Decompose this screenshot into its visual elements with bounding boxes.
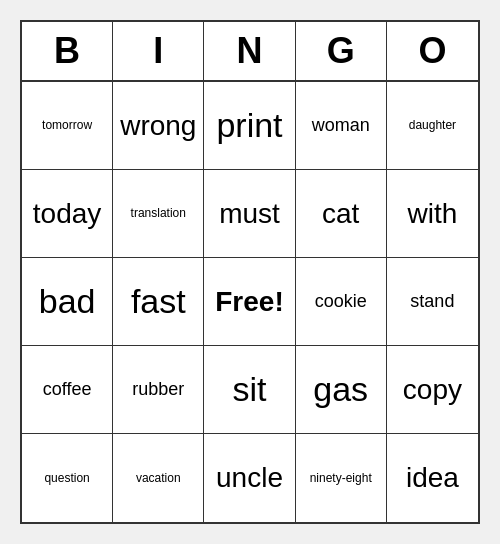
cell-text: vacation xyxy=(136,471,181,485)
bingo-cell: uncle xyxy=(204,434,295,522)
cell-text: Free! xyxy=(215,285,283,319)
cell-text: woman xyxy=(312,115,370,137)
bingo-cell: question xyxy=(22,434,113,522)
bingo-cell: copy xyxy=(387,346,478,434)
cell-text: question xyxy=(44,471,89,485)
bingo-cell: wrong xyxy=(113,82,204,170)
cell-text: today xyxy=(33,197,102,231)
cell-text: with xyxy=(407,197,457,231)
bingo-grid: tomorrowwrongprintwomandaughtertodaytran… xyxy=(22,82,478,522)
cell-text: copy xyxy=(403,373,462,407)
bingo-card: BINGO tomorrowwrongprintwomandaughtertod… xyxy=(20,20,480,524)
cell-text: coffee xyxy=(43,379,92,401)
bingo-cell: tomorrow xyxy=(22,82,113,170)
bingo-cell: sit xyxy=(204,346,295,434)
header-letter-G: G xyxy=(296,22,387,80)
cell-text: ninety-eight xyxy=(310,471,372,485)
bingo-cell: rubber xyxy=(113,346,204,434)
cell-text: stand xyxy=(410,291,454,313)
cell-text: daughter xyxy=(409,118,456,132)
cell-text: cat xyxy=(322,197,359,231)
bingo-cell: idea xyxy=(387,434,478,522)
cell-text: fast xyxy=(131,281,186,322)
bingo-cell: translation xyxy=(113,170,204,258)
bingo-cell: Free! xyxy=(204,258,295,346)
header-letter-I: I xyxy=(113,22,204,80)
bingo-header: BINGO xyxy=(22,22,478,82)
cell-text: translation xyxy=(131,206,186,220)
bingo-cell: daughter xyxy=(387,82,478,170)
bingo-cell: today xyxy=(22,170,113,258)
cell-text: must xyxy=(219,197,280,231)
cell-text: uncle xyxy=(216,461,283,495)
cell-text: sit xyxy=(232,369,266,410)
bingo-cell: woman xyxy=(296,82,387,170)
bingo-cell: fast xyxy=(113,258,204,346)
bingo-cell: stand xyxy=(387,258,478,346)
cell-text: idea xyxy=(406,461,459,495)
header-letter-O: O xyxy=(387,22,478,80)
bingo-cell: must xyxy=(204,170,295,258)
bingo-cell: cat xyxy=(296,170,387,258)
header-letter-N: N xyxy=(204,22,295,80)
bingo-cell: with xyxy=(387,170,478,258)
cell-text: gas xyxy=(313,369,368,410)
cell-text: tomorrow xyxy=(42,118,92,132)
cell-text: wrong xyxy=(120,109,196,143)
bingo-cell: gas xyxy=(296,346,387,434)
bingo-cell: vacation xyxy=(113,434,204,522)
bingo-cell: coffee xyxy=(22,346,113,434)
bingo-cell: print xyxy=(204,82,295,170)
cell-text: bad xyxy=(39,281,96,322)
cell-text: cookie xyxy=(315,291,367,313)
bingo-cell: ninety-eight xyxy=(296,434,387,522)
bingo-cell: bad xyxy=(22,258,113,346)
header-letter-B: B xyxy=(22,22,113,80)
bingo-cell: cookie xyxy=(296,258,387,346)
cell-text: print xyxy=(216,105,282,146)
cell-text: rubber xyxy=(132,379,184,401)
